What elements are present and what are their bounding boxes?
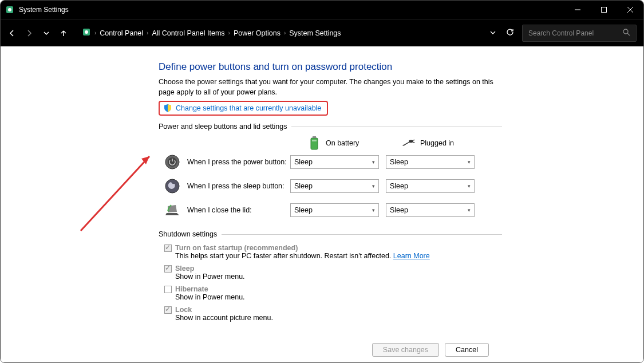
power-button-plugged-select[interactable]: Sleep▾ xyxy=(386,155,475,169)
column-on-battery: On battery xyxy=(307,136,402,150)
svg-line-15 xyxy=(413,142,414,143)
svg-line-14 xyxy=(413,140,414,140)
row-close-lid: When I close the lid: Sleep▾ Sleep▾ xyxy=(159,198,502,222)
sleep-checkbox xyxy=(164,265,172,273)
admin-link-container: Change settings that are currently unava… xyxy=(159,101,328,116)
navbar: › Control Panel › All Control Panel Item… xyxy=(1,19,643,46)
chevron-down-icon: ▾ xyxy=(468,207,471,213)
svg-line-19 xyxy=(81,156,149,231)
minimize-button[interactable] xyxy=(564,1,591,19)
row-label: When I close the lid: xyxy=(187,206,290,214)
chevron-down-icon: ▾ xyxy=(372,207,375,213)
lock-checkbox xyxy=(164,306,172,314)
address-icon xyxy=(82,27,91,38)
svg-line-9 xyxy=(627,33,630,35)
sleep-button-icon xyxy=(164,178,180,194)
learn-more-link[interactable]: Learn More xyxy=(393,252,430,260)
plug-icon xyxy=(402,136,416,150)
battery-icon xyxy=(307,136,321,150)
svg-point-1 xyxy=(8,8,11,11)
maximize-button[interactable] xyxy=(591,1,617,19)
content-area: Define power buttons and turn on passwor… xyxy=(1,48,643,362)
option-lock: Lock Show in account picture menu. xyxy=(164,306,502,322)
breadcrumb-item[interactable]: All Control Panel Items xyxy=(152,29,224,37)
option-hibernate: Hibernate Show in Power menu. xyxy=(164,285,502,301)
row-label: When I press the sleep button: xyxy=(187,182,290,190)
power-button-icon xyxy=(164,154,180,170)
close-lid-plugged-select[interactable]: Sleep▾ xyxy=(386,203,475,217)
svg-rect-3 xyxy=(602,7,607,13)
column-plugged-in: Plugged in xyxy=(402,136,496,150)
group-shutdown-settings: Shutdown settings xyxy=(159,230,502,238)
forward-button[interactable] xyxy=(25,29,34,38)
fast-startup-checkbox xyxy=(164,244,172,252)
svg-point-13 xyxy=(409,140,413,143)
chevron-down-icon: ▾ xyxy=(372,183,375,189)
breadcrumb-item[interactable]: Control Panel xyxy=(100,29,143,37)
laptop-lid-icon xyxy=(164,202,180,218)
save-changes-button: Save changes xyxy=(372,343,439,357)
app-icon xyxy=(5,5,14,14)
option-sleep: Sleep Show in Power menu. xyxy=(164,265,502,281)
change-settings-link[interactable]: Change settings that are currently unava… xyxy=(176,104,321,112)
chevron-right-icon: › xyxy=(147,30,148,36)
chevron-down-icon: ▾ xyxy=(372,159,375,165)
breadcrumb-item[interactable]: Power Options xyxy=(234,29,280,37)
address-dropdown-icon[interactable] xyxy=(490,29,496,37)
group-power-buttons: Power and sleep buttons and lid settings xyxy=(159,123,502,131)
titlebar: System Settings xyxy=(1,1,643,19)
svg-rect-11 xyxy=(313,136,316,138)
chevron-down-icon: ▾ xyxy=(468,183,471,189)
cancel-button[interactable]: Cancel xyxy=(445,343,489,357)
page-description: Choose the power settings that you want … xyxy=(159,77,502,97)
refresh-button[interactable] xyxy=(506,28,514,38)
row-sleep-button: When I press the sleep button: Sleep▾ Sl… xyxy=(159,174,502,198)
chevron-down-icon: ▾ xyxy=(468,159,471,165)
close-button[interactable] xyxy=(617,1,643,19)
row-label: When I press the power button: xyxy=(187,158,290,166)
recent-dropdown-button[interactable] xyxy=(42,29,51,38)
search-icon xyxy=(623,29,630,38)
sleep-button-plugged-select[interactable]: Sleep▾ xyxy=(386,179,475,193)
option-fast-startup: Turn on fast startup (recommended) This … xyxy=(164,244,502,260)
search-placeholder: Search Control Panel xyxy=(528,29,594,37)
annotation-arrow xyxy=(75,145,167,236)
svg-marker-20 xyxy=(141,156,149,164)
window-title: System Settings xyxy=(19,6,69,14)
chevron-right-icon: › xyxy=(228,30,230,36)
address-bar[interactable]: › Control Panel › All Control Panel Item… xyxy=(82,27,520,38)
sleep-button-battery-select[interactable]: Sleep▾ xyxy=(290,179,379,193)
power-button-battery-select[interactable]: Sleep▾ xyxy=(290,155,379,169)
close-lid-battery-select[interactable]: Sleep▾ xyxy=(290,203,379,217)
page-heading: Define power buttons and turn on passwor… xyxy=(159,61,502,73)
search-input[interactable]: Search Control Panel xyxy=(522,25,637,42)
breadcrumb-item[interactable]: System Settings xyxy=(289,29,341,37)
up-button[interactable] xyxy=(59,29,68,38)
svg-rect-12 xyxy=(312,140,317,141)
row-power-button: When I press the power button: Sleep▾ Sl… xyxy=(159,150,502,174)
back-button[interactable] xyxy=(7,29,17,38)
hibernate-checkbox xyxy=(164,286,172,293)
chevron-right-icon: › xyxy=(94,30,96,36)
svg-point-7 xyxy=(85,30,88,34)
chevron-right-icon: › xyxy=(284,30,286,36)
svg-point-8 xyxy=(623,29,628,34)
shield-icon xyxy=(163,104,172,113)
